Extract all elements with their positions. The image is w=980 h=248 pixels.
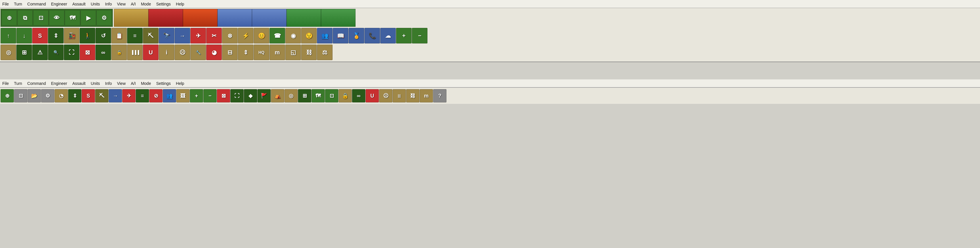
bottom-btn-23[interactable]: 🗺 bbox=[312, 89, 325, 102]
menu-item-engineer[interactable]: Engineer bbox=[51, 2, 67, 6]
tab-combat[interactable] bbox=[183, 9, 218, 27]
bottom-btn-9[interactable]: ✈ bbox=[122, 89, 135, 102]
quick-btn-4[interactable]: 🗺 bbox=[65, 10, 80, 25]
row3-btn-8[interactable]: ▐▐▐ bbox=[127, 45, 143, 60]
row3-btn-18[interactable]: ◱ bbox=[285, 45, 301, 60]
bottom-menu-item-turn[interactable]: Turn bbox=[14, 81, 22, 86]
menu-item-turn[interactable]: Turn bbox=[14, 2, 22, 6]
bottom-btn-7[interactable]: ⛏ bbox=[95, 89, 108, 102]
bottom-menu-item-settings[interactable]: Settings bbox=[156, 81, 171, 86]
row2-btn-19[interactable]: 😟 bbox=[301, 28, 317, 43]
bottom-btn-12[interactable]: 👥 bbox=[163, 89, 176, 102]
bottom-btn-3[interactable]: ⚙ bbox=[41, 89, 54, 102]
menu-item-file[interactable]: File bbox=[2, 2, 9, 6]
row2-btn-9[interactable]: ⛏ bbox=[143, 28, 159, 43]
row2-btn-1[interactable]: ↓ bbox=[16, 28, 32, 43]
bottom-btn-0[interactable]: ⊕ bbox=[1, 89, 14, 102]
row2-btn-16[interactable]: 😊 bbox=[254, 28, 269, 43]
bottom-btn-17[interactable]: ⛶ bbox=[231, 89, 243, 102]
row3-btn-19[interactable]: ⛓ bbox=[301, 45, 317, 60]
tab-report[interactable] bbox=[252, 9, 286, 27]
row2-btn-13[interactable]: ✂ bbox=[206, 28, 222, 43]
row2-btn-18[interactable]: ◉ bbox=[285, 28, 301, 43]
bottom-menu-item-view[interactable]: View bbox=[117, 81, 126, 86]
bottom-menu-item-mode[interactable]: Mode bbox=[141, 81, 151, 86]
row2-btn-2[interactable]: S bbox=[32, 28, 48, 43]
row2-btn-10[interactable]: 🔭 bbox=[159, 28, 174, 43]
bottom-btn-32[interactable]: ? bbox=[433, 89, 446, 102]
row3-btn-0[interactable]: ◎ bbox=[1, 45, 16, 60]
row2-btn-6[interactable]: ↺ bbox=[95, 28, 111, 43]
row2-btn-24[interactable]: ☁ bbox=[380, 28, 396, 43]
bottom-btn-25[interactable]: 🔒 bbox=[339, 89, 352, 102]
tab-map[interactable] bbox=[286, 9, 321, 27]
row2-btn-15[interactable]: ⚡ bbox=[238, 28, 253, 43]
bottom-btn-24[interactable]: ⊡ bbox=[325, 89, 338, 102]
quick-btn-2[interactable]: ⊡ bbox=[33, 10, 49, 25]
row2-btn-12[interactable]: ✈ bbox=[191, 28, 206, 43]
menu-item-command[interactable]: Command bbox=[27, 2, 46, 6]
bottom-menu-item-assault[interactable]: Assault bbox=[72, 81, 86, 86]
bottom-menu-item-info[interactable]: Info bbox=[105, 81, 111, 86]
quick-btn-1[interactable]: ⧉ bbox=[17, 10, 33, 25]
menu-item-settings[interactable]: Settings bbox=[156, 2, 171, 6]
row3-btn-9[interactable]: U bbox=[143, 45, 159, 60]
row3-btn-7[interactable]: 🔒 bbox=[111, 45, 127, 60]
bottom-menu-item-help[interactable]: Help bbox=[176, 81, 185, 86]
bottom-btn-6[interactable]: S bbox=[82, 89, 95, 102]
bottom-btn-18[interactable]: ◆ bbox=[244, 89, 257, 102]
row3-btn-20[interactable]: ⚖ bbox=[317, 45, 332, 60]
row3-btn-4[interactable]: ⛶ bbox=[64, 45, 80, 60]
bottom-btn-30[interactable]: ⛓ bbox=[406, 89, 419, 102]
row3-btn-14[interactable]: ⊟ bbox=[222, 45, 238, 60]
bottom-btn-19[interactable]: 🚩 bbox=[258, 89, 270, 102]
row3-btn-10[interactable]: i bbox=[159, 45, 174, 60]
row3-btn-6[interactable]: ∞ bbox=[95, 45, 111, 60]
bottom-menu-item-units[interactable]: Units bbox=[91, 81, 100, 86]
row3-btn-1[interactable]: ⊞ bbox=[16, 45, 32, 60]
menu-item-mode[interactable]: Mode bbox=[141, 2, 151, 6]
bottom-btn-20[interactable]: ⛺ bbox=[271, 89, 284, 102]
row3-btn-12[interactable]: 🔧 bbox=[191, 45, 206, 60]
row2-btn-5[interactable]: 🚶 bbox=[80, 28, 95, 43]
tab-unit[interactable] bbox=[148, 9, 183, 27]
menu-item-help[interactable]: Help bbox=[176, 2, 185, 6]
bottom-btn-11[interactable]: ⊘ bbox=[149, 89, 162, 102]
bottom-btn-16[interactable]: ⊠ bbox=[217, 89, 230, 102]
bottom-btn-14[interactable]: + bbox=[190, 89, 203, 102]
quick-btn-6[interactable]: ⚙ bbox=[96, 10, 112, 25]
row2-btn-7[interactable]: 📋 bbox=[111, 28, 127, 43]
bottom-btn-4[interactable]: ◔ bbox=[55, 89, 68, 102]
quick-btn-5[interactable]: ▶ bbox=[81, 10, 96, 25]
bottom-btn-22[interactable]: ⊞ bbox=[298, 89, 311, 102]
bottom-btn-29[interactable]: ||| bbox=[393, 89, 406, 102]
menu-item-view[interactable]: View bbox=[117, 2, 126, 6]
menu-item-a/i[interactable]: A/I bbox=[131, 2, 136, 6]
bottom-menu-item-command[interactable]: Command bbox=[27, 81, 46, 86]
bottom-btn-28[interactable]: ☹ bbox=[379, 89, 392, 102]
row2-btn-20[interactable]: 👥 bbox=[317, 28, 332, 43]
tab-highlight[interactable] bbox=[321, 9, 356, 27]
menu-item-units[interactable]: Units bbox=[91, 2, 100, 6]
row3-btn-15[interactable]: ⇕ bbox=[238, 45, 253, 60]
bottom-btn-27[interactable]: U bbox=[366, 89, 379, 102]
row2-btn-21[interactable]: 📖 bbox=[333, 28, 348, 43]
tab-engineer[interactable] bbox=[218, 9, 252, 27]
bottom-btn-5[interactable]: ⇕ bbox=[68, 89, 81, 102]
row2-btn-23[interactable]: 📞 bbox=[364, 28, 380, 43]
row3-btn-13[interactable]: ◕ bbox=[206, 45, 222, 60]
bottom-btn-2[interactable]: 📂 bbox=[28, 89, 41, 102]
row2-btn-0[interactable]: ↑ bbox=[1, 28, 16, 43]
menu-item-info[interactable]: Info bbox=[105, 2, 111, 6]
row2-btn-26[interactable]: − bbox=[412, 28, 428, 43]
row2-btn-4[interactable]: 🚂 bbox=[64, 28, 80, 43]
bottom-btn-21[interactable]: ◎ bbox=[285, 89, 298, 102]
row3-btn-3[interactable]: 🔍 bbox=[48, 45, 64, 60]
row3-btn-17[interactable]: m bbox=[269, 45, 285, 60]
bottom-btn-8[interactable]: → bbox=[109, 89, 122, 102]
row2-btn-3[interactable]: ⇕ bbox=[48, 28, 64, 43]
row3-btn-11[interactable]: ☹ bbox=[175, 45, 190, 60]
bottom-menu-item-engineer[interactable]: Engineer bbox=[51, 81, 67, 86]
row2-btn-8[interactable]: ≡ bbox=[127, 28, 143, 43]
row3-btn-2[interactable]: ⚠ bbox=[32, 45, 48, 60]
